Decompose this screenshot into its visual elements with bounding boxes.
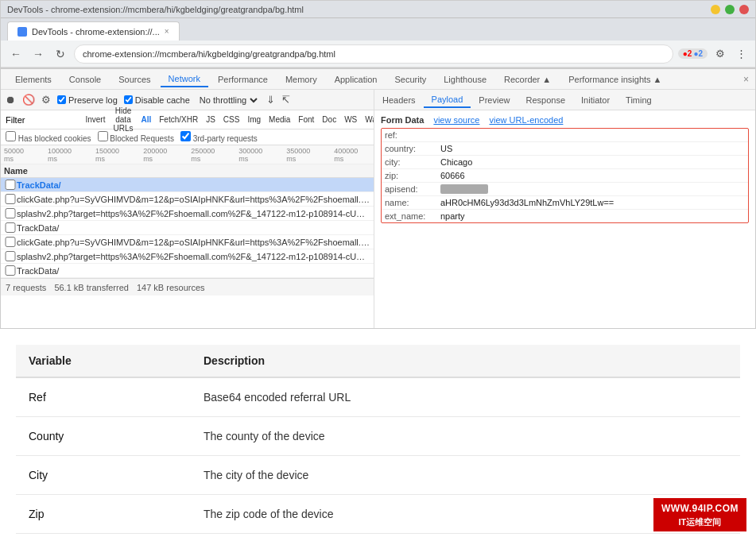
network-row[interactable]: TrackData/ <box>1 178 374 192</box>
invert-btn[interactable]: Invert <box>82 106 108 133</box>
devtools-close-icon[interactable]: × <box>743 74 749 85</box>
description-cell: Base64 encoded referral URL <box>191 377 740 417</box>
description-cell: The county of the device <box>191 417 740 456</box>
maximize-button[interactable] <box>725 5 735 14</box>
export-icon[interactable]: ↸ <box>281 94 290 106</box>
devtools-panel: Elements Console Sources Network Perform… <box>1 68 755 328</box>
form-data-key: country: <box>385 144 440 153</box>
watermark: WWW.94IP.COM IT运维空间 <box>653 498 746 532</box>
network-row[interactable]: clickGate.php?u=SyVGHIMVD&m=12&p=oSIAIpH… <box>1 235 374 249</box>
img-btn[interactable]: Img <box>244 106 264 133</box>
network-row[interactable]: splashv2.php?target=https%3A%2F%2Fshoema… <box>1 207 374 221</box>
form-data-key: ref: <box>385 130 440 140</box>
network-row[interactable]: splashv2.php?target=https%3A%2F%2Fshoema… <box>1 249 374 264</box>
dt-tab-console[interactable]: Console <box>61 72 109 87</box>
req-tab-response[interactable]: Response <box>518 93 573 107</box>
form-data-title: Form Data <box>381 115 424 125</box>
filter-toggle-icon[interactable]: ⚙ <box>41 94 51 106</box>
variable-cell: Zip <box>16 495 191 534</box>
view-url-encoded-link[interactable]: view URL-encoded <box>489 115 563 125</box>
network-row[interactable]: TrackData/ <box>1 221 374 235</box>
disable-cache-checkbox[interactable] <box>124 95 133 104</box>
tab-close-icon[interactable]: × <box>165 27 169 36</box>
address-input[interactable]: chrome-extension://mcmbera/hi/kgbeldging… <box>74 44 673 64</box>
network-row-url: clickGate.php?u=SyVGHIMVD&m=12&p=oSIAIpH… <box>17 195 370 204</box>
doc-btn[interactable]: Doc <box>319 106 339 133</box>
form-data-row: ref: <box>382 129 748 142</box>
record-icon[interactable]: ⏺ <box>6 94 16 106</box>
wasm-btn[interactable]: Wasm <box>362 106 374 133</box>
disable-cache-label[interactable]: Disable cache <box>124 95 190 105</box>
fetch-xhr-btn[interactable]: Fetch/XHR <box>156 106 201 133</box>
dt-tab-perf-insights[interactable]: Performance insights ▲ <box>560 72 669 87</box>
minimize-button[interactable] <box>711 5 720 14</box>
css-btn[interactable]: CSS <box>220 106 243 133</box>
ext-count-blue: ●2 <box>693 49 703 58</box>
ws-btn[interactable]: WS <box>341 106 360 133</box>
req-tab-headers[interactable]: Headers <box>374 93 424 107</box>
back-button[interactable]: ← <box>7 45 25 63</box>
dt-tab-elements[interactable]: Elements <box>7 72 60 87</box>
table-row: Zip The zip code of the device <box>16 495 740 534</box>
form-data-section: Form Data view source view URL-encoded r… <box>374 110 755 228</box>
form-data-key: name: <box>385 198 440 207</box>
address-text: chrome-extension://mcmbera/hi/kgbeldging… <box>83 49 335 59</box>
clear-icon[interactable]: 🚫 <box>22 94 35 106</box>
variable-cell: Apisend <box>16 534 191 542</box>
dt-tab-sources[interactable]: Sources <box>110 72 158 87</box>
network-filter-bar: Filter Invert Hide data URLs All Fetch/X… <box>1 110 374 129</box>
browser-window: DevTools - chrome-extension://mcmbera/hi… <box>0 0 756 329</box>
forward-button[interactable]: → <box>29 45 47 63</box>
watermark-site: WWW.94IP.COM <box>661 501 739 516</box>
col-variable: Variable <box>16 345 191 377</box>
req-tab-timing[interactable]: Timing <box>618 93 660 107</box>
settings-icon[interactable]: ⚙ <box>712 46 728 62</box>
tab-favicon-icon <box>17 27 27 37</box>
network-footer: 7 requests 56.1 kB transferred 147 kB re… <box>1 278 374 296</box>
more-icon[interactable]: ⋮ <box>733 46 749 62</box>
js-btn[interactable]: JS <box>203 106 219 133</box>
req-tab-preview[interactable]: Preview <box>471 93 518 107</box>
dt-tab-lighthouse[interactable]: Lighthouse <box>436 72 494 87</box>
table-row: County The county of the device <box>16 417 740 456</box>
toolbar-icons: ●2 ●2 ⚙ ⋮ <box>678 46 749 62</box>
dt-tab-memory[interactable]: Memory <box>277 72 325 87</box>
dt-tab-network[interactable]: Network <box>161 71 208 87</box>
close-button[interactable] <box>739 5 749 14</box>
footer-requests: 7 requests <box>6 283 46 292</box>
network-row[interactable]: TrackData/ <box>1 264 374 278</box>
footer-transferred: 56.1 kB transferred <box>54 283 129 292</box>
dt-tab-application[interactable]: Application <box>327 72 386 87</box>
media-btn[interactable]: Media <box>266 106 293 133</box>
timeline-bar: 50000 ms 100000 ms 150000 ms 200000 ms 2… <box>1 145 374 164</box>
dt-tab-performance[interactable]: Performance <box>210 72 276 87</box>
form-data-key: ext_name: <box>385 211 440 221</box>
variable-cell: County <box>16 417 191 456</box>
network-row-url: TrackData/ <box>17 180 370 190</box>
dt-tab-recorder[interactable]: Recorder ▲ <box>496 72 559 87</box>
all-btn[interactable]: All <box>138 106 154 133</box>
form-data-row: zip:60666 <box>382 169 748 183</box>
font-btn[interactable]: Font <box>295 106 317 133</box>
import-icon[interactable]: ⇓ <box>266 94 275 106</box>
dt-tab-security[interactable]: Security <box>386 72 434 87</box>
col-header-name: Name <box>1 166 343 176</box>
throttle-select[interactable]: No throttling <box>196 95 260 106</box>
req-tab-initiator[interactable]: Initiator <box>573 93 618 107</box>
table-row: Ref Base64 encoded referral URL <box>16 377 740 417</box>
filter-label: Filter <box>6 115 25 125</box>
variable-cell: City <box>16 456 191 495</box>
extension-badge[interactable]: ●2 ●2 <box>678 48 708 59</box>
view-source-link[interactable]: view source <box>433 115 479 125</box>
reload-button[interactable]: ↻ <box>52 45 69 63</box>
filter-input[interactable] <box>29 115 77 125</box>
form-data-row: ext_name:nparty <box>382 210 748 222</box>
hide-data-btn[interactable]: Hide data URLs <box>110 106 136 133</box>
preserve-log-checkbox[interactable] <box>57 95 66 104</box>
network-row[interactable]: clickGate.php?u=SyVGHIMVD&m=12&p=oSIAIpH… <box>1 192 374 207</box>
form-data-row: apisend: <box>382 183 748 196</box>
variables-table: Variable Description Ref Base64 encoded … <box>16 345 740 541</box>
preserve-log-label[interactable]: Preserve log <box>57 95 118 105</box>
req-tab-payload[interactable]: Payload <box>424 92 471 108</box>
browser-tab[interactable]: DevTools - chrome-extension://... × <box>7 21 180 41</box>
